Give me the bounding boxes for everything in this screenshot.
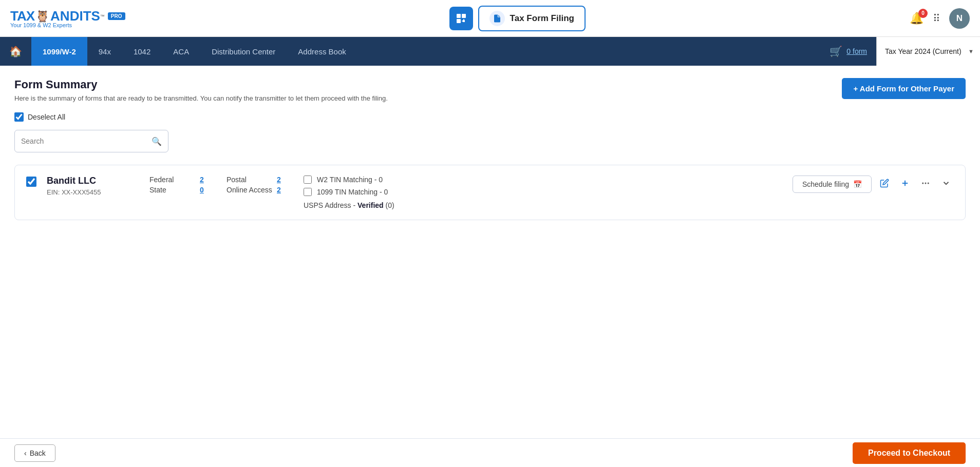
back-label: Back bbox=[30, 449, 46, 457]
svg-point-6 bbox=[922, 182, 924, 184]
tin-section: W2 TIN Matching - 0 1099 TIN Matching - … bbox=[304, 176, 417, 209]
nav-item-1099w2[interactable]: 1099/W-2 bbox=[31, 37, 87, 66]
payer-name: Bandit LLC bbox=[47, 176, 139, 186]
user-avatar-button[interactable]: N bbox=[949, 8, 970, 29]
logo-tagline: Your 1099 & W2 Experts bbox=[10, 22, 125, 28]
search-box: 🔍 bbox=[14, 130, 168, 152]
page-header-left: Form Summary Here is the summary of form… bbox=[14, 78, 388, 102]
tax-form-filing-label: Tax Form Filing bbox=[510, 13, 574, 24]
w2-tin-checkbox[interactable] bbox=[304, 176, 312, 184]
deselect-all-label: Deselect All bbox=[28, 113, 65, 121]
svg-point-7 bbox=[925, 182, 927, 184]
cart-count: 0 form bbox=[846, 47, 867, 55]
page-subtitle: Here is the summary of forms that are re… bbox=[14, 94, 388, 102]
edit-button[interactable] bbox=[877, 177, 892, 192]
state-count-row: State 0 bbox=[149, 186, 216, 194]
main-content: Form Summary Here is the summary of form… bbox=[0, 66, 980, 438]
usps-verified-label: Verified bbox=[357, 201, 384, 209]
logo-pro-badge: PRO bbox=[108, 12, 125, 20]
nav-home-button[interactable]: 🏠 bbox=[0, 37, 31, 66]
usps-label: USPS Address - bbox=[304, 201, 355, 209]
page-header: Form Summary Here is the summary of form… bbox=[14, 78, 966, 102]
svg-rect-1 bbox=[462, 14, 466, 18]
navigation-bar: 🏠 1099/W-2 94x 1042 ACA Distribution Cen… bbox=[0, 37, 980, 66]
nav-item-aca[interactable]: ACA bbox=[162, 37, 200, 66]
payer-counts: Federal 2 State 0 bbox=[149, 176, 216, 194]
search-input[interactable] bbox=[21, 137, 152, 145]
w2-tin-label: W2 TIN Matching - 0 bbox=[317, 176, 383, 184]
apps-grid-button[interactable]: ⠿ bbox=[933, 12, 940, 25]
online-access-label: Online Access bbox=[227, 186, 273, 194]
back-arrow-icon: ‹ bbox=[24, 449, 27, 457]
page-title: Form Summary bbox=[14, 78, 388, 91]
schedule-filing-label: Schedule filing bbox=[802, 180, 849, 188]
state-label: State bbox=[149, 186, 196, 194]
state-count[interactable]: 0 bbox=[200, 186, 204, 194]
tin1099-row: 1099 TIN Matching - 0 bbox=[304, 188, 417, 196]
schedule-filing-button[interactable]: Schedule filing 📅 bbox=[793, 176, 872, 193]
postal-counts: Postal 2 Online Access 2 bbox=[227, 176, 293, 194]
nav-item-1042[interactable]: 1042 bbox=[122, 37, 162, 66]
tax-form-icon bbox=[489, 11, 505, 26]
federal-label: Federal bbox=[149, 176, 196, 184]
notification-badge: 0 bbox=[918, 9, 928, 18]
header-center: Tax Form Filing bbox=[125, 6, 910, 31]
deselect-all-checkbox[interactable] bbox=[14, 112, 24, 122]
payer-checkbox-wrapper bbox=[26, 176, 36, 189]
logo-owl-icon: 🦉 bbox=[35, 10, 49, 23]
nav-item-distribution-center[interactable]: Distribution Center bbox=[200, 37, 287, 66]
nav-item-94x[interactable]: 94x bbox=[87, 37, 122, 66]
svg-rect-3 bbox=[463, 20, 465, 22]
tin1099-label: 1099 TIN Matching - 0 bbox=[317, 188, 388, 196]
logo: TAX 🦉 ANDITS ™ PRO Your 1099 & W2 Expert… bbox=[10, 8, 125, 28]
more-options-button[interactable] bbox=[918, 177, 933, 192]
online-access-count[interactable]: 2 bbox=[277, 186, 281, 194]
federal-count[interactable]: 2 bbox=[200, 176, 204, 184]
postal-count-row: Postal 2 bbox=[227, 176, 293, 184]
postal-label: Postal bbox=[227, 176, 273, 184]
add-form-button[interactable]: + Add Form for Other Payer bbox=[842, 78, 966, 99]
payer-card: Bandit LLC EIN: XX-XXX5455 Federal 2 Sta… bbox=[14, 165, 966, 220]
payer-checkbox[interactable] bbox=[26, 177, 36, 187]
header-right: 🔔 0 ⠿ N bbox=[910, 8, 970, 29]
postal-count[interactable]: 2 bbox=[277, 176, 281, 184]
top-header: TAX 🦉 ANDITS ™ PRO Your 1099 & W2 Expert… bbox=[0, 0, 980, 37]
logo-tm: ™ bbox=[100, 14, 105, 19]
calendar-icon: 📅 bbox=[853, 180, 862, 188]
federal-count-row: Federal 2 bbox=[149, 176, 216, 184]
tax-year-wrapper: Tax Year 2024 (Current) Tax Year 2023 Ta… bbox=[876, 37, 980, 66]
payer-ein: EIN: XX-XXX5455 bbox=[47, 188, 139, 196]
app-switch-button[interactable] bbox=[449, 7, 473, 30]
usps-count: (0) bbox=[386, 201, 394, 209]
search-icon[interactable]: 🔍 bbox=[152, 137, 162, 146]
payer-actions: Schedule filing 📅 bbox=[793, 176, 954, 193]
tax-year-select[interactable]: Tax Year 2024 (Current) Tax Year 2023 Ta… bbox=[876, 37, 980, 66]
cart-button[interactable]: 🛒 0 form bbox=[820, 45, 876, 57]
notification-button[interactable]: 🔔 0 bbox=[910, 12, 924, 25]
online-access-count-row: Online Access 2 bbox=[227, 186, 293, 194]
checkout-button[interactable]: Proceed to Checkout bbox=[853, 442, 966, 464]
svg-point-8 bbox=[928, 182, 929, 184]
add-button[interactable] bbox=[897, 177, 913, 192]
cart-icon: 🛒 bbox=[830, 45, 842, 57]
logo-area: TAX 🦉 ANDITS ™ PRO Your 1099 & W2 Expert… bbox=[10, 8, 125, 28]
svg-rect-0 bbox=[457, 14, 461, 18]
deselect-row: Deselect All bbox=[14, 112, 966, 122]
payer-info: Bandit LLC EIN: XX-XXX5455 bbox=[47, 176, 139, 196]
usps-row: USPS Address - Verified (0) bbox=[304, 201, 417, 209]
nav-item-address-book[interactable]: Address Book bbox=[287, 37, 357, 66]
tin1099-checkbox[interactable] bbox=[304, 188, 312, 196]
w2-tin-row: W2 TIN Matching - 0 bbox=[304, 176, 417, 184]
tax-form-filing-button[interactable]: Tax Form Filing bbox=[478, 6, 586, 31]
back-button[interactable]: ‹ Back bbox=[14, 444, 55, 462]
expand-button[interactable] bbox=[938, 177, 954, 192]
svg-rect-2 bbox=[457, 19, 461, 23]
bottom-bar: ‹ Back Proceed to Checkout bbox=[0, 438, 980, 467]
